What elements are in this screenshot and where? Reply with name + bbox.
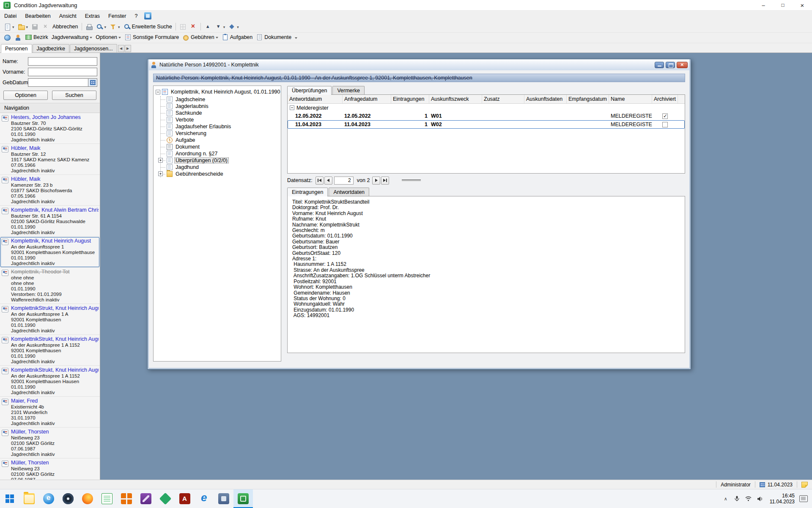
menu-item[interactable]: Bearbeiten: [21, 11, 55, 21]
person-name-link[interactable]: Müller, Thorsten: [11, 429, 99, 435]
save-button[interactable]: [30, 22, 40, 31]
module-button[interactable]: Optionen: [94, 33, 123, 42]
sort-up-button[interactable]: [203, 22, 213, 31]
tree-node[interactable]: Anordnung n. §27: [161, 150, 280, 157]
person-window[interactable]: Natürliche Person 14992001 - Komplettnik…: [147, 59, 691, 370]
menu-item[interactable]: Extras: [81, 11, 104, 21]
module-button[interactable]: Bezirk: [23, 33, 50, 42]
checks-tab[interactable]: Vermerke: [332, 86, 365, 94]
person-name-link[interactable]: Müller, Thorsten: [11, 460, 99, 466]
vorname-input[interactable]: [28, 68, 97, 76]
module-button[interactable]: Dokumente: [254, 33, 293, 42]
erweiterte-suche-button[interactable]: Erweiterte Suche: [122, 22, 174, 31]
column-header[interactable]: Auskunftszweck: [429, 95, 482, 103]
tray-expand-icon[interactable]: [722, 495, 729, 502]
name-input[interactable]: [28, 57, 97, 66]
open-button[interactable]: [16, 22, 30, 31]
action-center-icon[interactable]: [799, 495, 808, 502]
tab-scroll-right-button[interactable]: [125, 45, 131, 52]
module-button[interactable]: Aufgaben: [220, 33, 255, 42]
table-row[interactable]: 12.05.2022 12.05.2022 1 W01 MELDEREGISTE…: [288, 112, 685, 120]
workspace-tab[interactable]: Jagdgenossen...: [70, 44, 117, 52]
wifi-icon[interactable]: [745, 495, 752, 502]
menu-item[interactable]: Datei: [0, 11, 21, 21]
taskbar-app[interactable]: [214, 489, 233, 508]
child-window-menu-icon[interactable]: [144, 12, 151, 19]
module-button[interactable]: Jagdverwaltung: [50, 33, 94, 42]
person-name-link[interactable]: Maier, Fred: [11, 398, 99, 404]
column-header[interactable]: Zusatz: [482, 95, 524, 103]
optionen-button[interactable]: Optionen: [3, 91, 48, 100]
person-name-link[interactable]: Hübler, Maik: [11, 176, 99, 182]
person-list-item[interactable]: Müller, Thorsten Neißeweg 2302100 SAKD G…: [0, 428, 100, 458]
taskbar-app[interactable]: [136, 489, 156, 508]
taskbar-app[interactable]: [117, 489, 136, 508]
close-record-button[interactable]: [188, 22, 199, 31]
note-icon[interactable]: [801, 482, 808, 488]
person-list-item[interactable]: Komplettnik, Knut Alwin Bertram Christ B…: [0, 206, 100, 237]
person-list-item[interactable]: KomplettnikStrukt, Knut Heinrich Augu An…: [0, 335, 100, 366]
taskbar-app[interactable]: [156, 489, 175, 508]
person-window-titlebar[interactable]: Natürliche Person 14992001 - Komplettnik: [149, 59, 689, 70]
tree-node[interactable]: Sachkunde: [161, 110, 280, 116]
tree-node[interactable]: Jagdhund: [161, 164, 280, 171]
filter-button[interactable]: [108, 22, 122, 31]
search-button[interactable]: [94, 22, 108, 31]
group-row[interactable]: Melderegister: [288, 104, 685, 112]
taskbar-app[interactable]: [175, 489, 195, 508]
taskbar-app[interactable]: [78, 489, 97, 508]
menu-item[interactable]: ?: [130, 11, 142, 21]
tree-node[interactable]: Versicherung: [161, 130, 280, 137]
close-button[interactable]: [677, 62, 688, 68]
minimize-button[interactable]: [655, 62, 664, 68]
person-list-item[interactable]: Hesters, Jochen Jo Johannes Bautzner Str…: [0, 113, 100, 144]
column-header[interactable]: Eintragungen: [391, 95, 429, 103]
taskbar-app[interactable]: [97, 489, 117, 508]
microphone-icon[interactable]: [734, 495, 741, 502]
column-header[interactable]: Auskunftsdaten: [524, 95, 567, 103]
archiviert-checkbox[interactable]: [662, 122, 668, 127]
menu-item[interactable]: Fenster: [104, 11, 130, 21]
detail-tab[interactable]: Antwortdaten: [329, 188, 369, 196]
person-name-link[interactable]: KomplettnikStrukt, Knut Heinrich Augu: [11, 336, 99, 342]
taskbar-app[interactable]: [39, 489, 58, 508]
entry-detail-box[interactable]: Titel: KomplettnikStruktBestandteilDokto…: [287, 196, 685, 353]
checks-tab[interactable]: Überprüfungen: [287, 86, 332, 95]
sort-down-button[interactable]: [213, 22, 227, 31]
tree-node[interactable]: Überprüfungen (0/2/0): [161, 157, 280, 164]
person-list-item[interactable]: Müller, Thorsten Neißeweg 2302100 SAKD G…: [0, 458, 100, 480]
person-name-link[interactable]: KomplettnikStrukt, Knut Heinrich Augu: [11, 305, 99, 312]
tree-node[interactable]: Jagderlaubnis: [161, 103, 280, 110]
taskbar-app[interactable]: [195, 489, 214, 508]
person-list-item[interactable]: Komplettnik, Knut Heinrich August An der…: [0, 237, 100, 268]
maximize-button[interactable]: [666, 62, 675, 68]
column-header[interactable]: Archiviert: [652, 95, 678, 103]
previous-record-button[interactable]: [324, 177, 332, 185]
taskbar-clock[interactable]: 16:45 11.04.2023: [768, 493, 795, 505]
person-list-item[interactable]: Hübler, Maik Kamenzer Str. 23 b01877 SAK…: [0, 175, 100, 206]
tree-expand-icon[interactable]: [158, 158, 163, 163]
toolbar-overflow-button[interactable]: [293, 33, 299, 42]
taskbar-app[interactable]: [58, 489, 78, 508]
tree-node[interactable]: Gebührenbescheide: [161, 171, 280, 177]
tree-node[interactable]: Verbote: [161, 116, 280, 123]
table-row[interactable]: 11.04.2023 11.04.2023 1 W02 MELDEREGISTE…: [288, 120, 685, 129]
gebdatum-input[interactable]: [28, 78, 88, 87]
first-record-button[interactable]: [315, 177, 324, 185]
column-header[interactable]: Empfangsdatum: [567, 95, 609, 103]
calendar-button[interactable]: [88, 78, 97, 87]
print-button[interactable]: [84, 22, 94, 31]
person-name-link[interactable]: Hesters, Jochen Jo Johannes: [11, 114, 99, 121]
person-list-item[interactable]: Komplettnik, Theodor Tot ohne ohneohne o…: [0, 268, 100, 304]
close-button[interactable]: [793, 0, 812, 10]
person-list-item[interactable]: KomplettnikStrukt, Knut Heinrich Augu An…: [0, 366, 100, 397]
detail-tab[interactable]: Eintragungen: [287, 188, 328, 196]
person-list-item[interactable]: KomplettnikStrukt, Knut Heinrich Augu An…: [0, 304, 100, 335]
navigate-button[interactable]: [227, 22, 241, 31]
workspace-tab[interactable]: Personen: [1, 44, 32, 53]
column-header[interactable]: Antwortdatum: [288, 95, 343, 103]
person-module-button[interactable]: [13, 33, 23, 42]
person-name-link[interactable]: KomplettnikStrukt, Knut Heinrich Augu: [11, 367, 99, 373]
column-header[interactable]: Name: [609, 95, 652, 103]
menu-item[interactable]: Ansicht: [55, 11, 81, 21]
